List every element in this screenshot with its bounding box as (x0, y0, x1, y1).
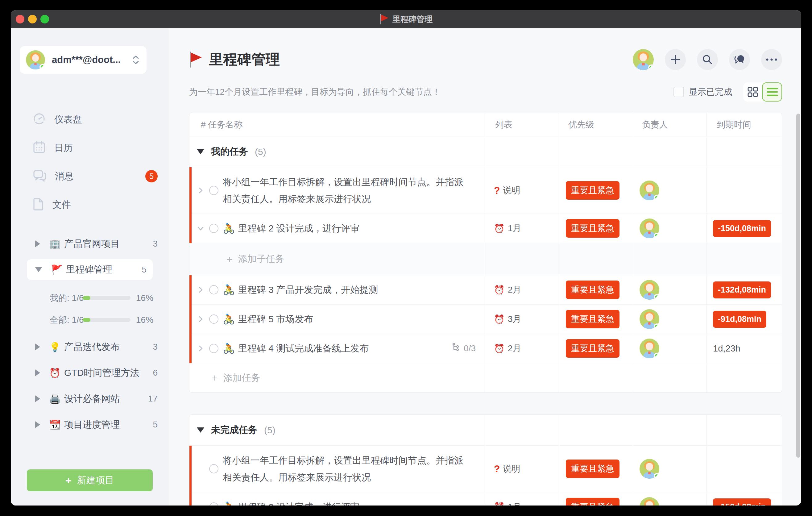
task-row[interactable]: 🚴里程碑 4 测试完成准备线上发布0/3⏰2月重要且紧急1d,23h (190, 334, 782, 363)
priority-badge: 重要且紧急 (566, 310, 619, 328)
progress-row: 全部: 1/616% (11, 309, 169, 331)
show-completed-toggle[interactable]: 显示已完成 (673, 86, 732, 98)
caret-right-icon[interactable] (35, 421, 40, 428)
question-mark-icon: ? (494, 185, 500, 196)
group-title: 我的任务 (211, 145, 248, 158)
assignee-avatar (640, 459, 659, 479)
add-spacer (632, 363, 706, 392)
task-list-cell: ⏰1月 (485, 214, 558, 243)
add-button[interactable] (665, 49, 686, 70)
task-complete-circle[interactable] (209, 314, 219, 324)
project-item-gtd[interactable]: ⏰GTD时间管理方法6 (11, 360, 169, 386)
task-complete-circle[interactable] (209, 464, 219, 474)
search-button[interactable] (697, 49, 718, 70)
add-task-row[interactable]: +添加任务 (190, 363, 782, 392)
show-completed-checkbox[interactable] (673, 87, 684, 97)
project-label: GTD时间管理方法 (64, 367, 153, 379)
expand-chevron-down-icon[interactable] (197, 225, 209, 232)
task-complete-circle[interactable] (209, 503, 219, 506)
group-title: 未完成任务 (211, 424, 257, 436)
group-gap (189, 393, 801, 403)
expand-chevron-right-icon[interactable] (197, 187, 209, 194)
caret-down-icon[interactable] (197, 427, 204, 433)
list-name: 3月 (508, 313, 521, 325)
online-status-dot (654, 294, 659, 300)
question-mark-icon: ? (494, 463, 500, 475)
new-project-button[interactable]: + 新建项目 (27, 469, 153, 491)
chat-button[interactable] (729, 49, 750, 70)
current-user-avatar[interactable] (633, 49, 654, 70)
task-due-cell: -150d,08min (706, 492, 782, 506)
project-item-design-sites[interactable]: 🖨️设计必备网站17 (11, 386, 169, 412)
progress-label: 我的: 1/6 (50, 292, 83, 304)
task-emoji: 🚴 (223, 223, 235, 234)
grid-view-button[interactable] (743, 82, 762, 102)
minimize-button[interactable] (28, 15, 37, 24)
zoom-button[interactable] (40, 15, 49, 24)
priority-badge: 重要且紧急 (566, 498, 619, 506)
task-complete-circle[interactable] (209, 224, 219, 233)
caret-down-icon[interactable] (197, 149, 204, 154)
task-due-cell: -150d,08min (706, 214, 782, 243)
task-row[interactable]: 🚴里程碑 3 产品开发完成，开始提测⏰2月重要且紧急-132d,08min (190, 275, 782, 305)
task-assignee-cell (632, 492, 706, 506)
caret-right-icon[interactable] (35, 240, 40, 247)
sidebar-item-calendar[interactable]: 日历 (11, 134, 169, 162)
project-list: 🏢产品官网项目3🚩里程碑管理5我的: 1/616%全部: 1/616%💡产品迭代… (11, 231, 169, 438)
project-label: 产品迭代发布 (64, 341, 153, 353)
caret-right-icon[interactable] (35, 369, 40, 376)
project-item-iteration[interactable]: 💡产品迭代发布3 (11, 334, 169, 360)
group-header-spacer (632, 136, 706, 167)
vertical-scrollbar[interactable] (796, 114, 800, 458)
project-emoji: 🖨️ (48, 394, 62, 404)
group-header-spacer (632, 415, 706, 445)
close-button[interactable] (16, 15, 24, 24)
expand-chevron-right-icon[interactable] (197, 286, 209, 293)
expand-chevron-right-icon[interactable] (197, 315, 209, 323)
task-group-header[interactable]: 未完成任务(5) (190, 415, 782, 446)
list-name: 2月 (508, 343, 521, 354)
more-button[interactable] (761, 49, 782, 70)
add-spacer (558, 363, 632, 392)
flag-icon (189, 52, 203, 67)
list-view-button[interactable] (762, 82, 782, 102)
search-icon (702, 54, 713, 65)
task-title: 里程碑 5 市场发布 (238, 311, 313, 328)
project-emoji: 🏢 (48, 238, 62, 249)
task-row[interactable]: 🚴里程碑 5 市场发布⏰3月重要且紧急-91d,08min (190, 305, 782, 334)
add-spacer (706, 243, 782, 275)
task-group-header[interactable]: 我的任务(5) (190, 136, 782, 167)
task-assignee-cell (632, 167, 706, 213)
task-row[interactable]: 将小组一年工作目标拆解，设置出里程碑时间节点。并指派相关责任人。用标签来展示进行… (190, 167, 782, 214)
caret-right-icon[interactable] (35, 395, 40, 402)
assignee-avatar (640, 180, 659, 200)
caret-right-icon[interactable] (35, 343, 40, 350)
project-label: 产品官网项目 (64, 238, 153, 250)
project-item-milestone[interactable]: 🚩里程碑管理5 (27, 259, 153, 280)
task-name-cell: 🚴里程碑 3 产品开发完成，开始提测 (190, 275, 485, 304)
add-spacer (485, 243, 558, 275)
task-complete-circle[interactable] (209, 285, 219, 294)
task-row[interactable]: 🚴里程碑 2 设计完成，进行评审⏰1月重要且紧急-150d,08min (190, 492, 782, 506)
task-list-cell: ?说明 (485, 446, 558, 492)
caret-down-icon[interactable] (35, 267, 42, 272)
task-assignee-cell (632, 334, 706, 363)
add-subtask-row[interactable]: +添加子任务 (190, 243, 782, 275)
task-due-cell: -132d,08min (706, 275, 782, 304)
gauge-icon (33, 112, 46, 126)
sidebar-item-files[interactable]: 文件 (11, 191, 169, 219)
task-row[interactable]: 🚴里程碑 2 设计完成，进行评审⏰1月重要且紧急-150d,08min (190, 214, 782, 243)
sidebar-item-messages[interactable]: 消息5 (11, 162, 169, 191)
expand-chevron-right-icon[interactable] (197, 345, 209, 352)
task-complete-circle[interactable] (209, 344, 219, 353)
task-table-card: 未完成任务(5)将小组一年工作目标拆解，设置出里程碑时间节点。并指派相关责任人。… (189, 414, 782, 506)
task-due-cell: 1d,23h (706, 334, 782, 363)
task-row[interactable]: 将小组一年工作目标拆解，设置出里程碑时间节点。并指派相关责任人。用标签来展示进行… (190, 446, 782, 492)
online-status-dot (39, 64, 45, 69)
sidebar-item-dashboard[interactable]: 仪表盘 (11, 105, 169, 134)
task-complete-circle[interactable] (209, 186, 219, 195)
project-item-progress-mgmt[interactable]: 📆项目进度管理5 (11, 412, 169, 438)
account-switcher[interactable]: adm***@doot... (20, 46, 147, 74)
task-priority-cell: 重要且紧急 (558, 167, 632, 213)
project-item-product-site[interactable]: 🏢产品官网项目3 (11, 231, 169, 257)
